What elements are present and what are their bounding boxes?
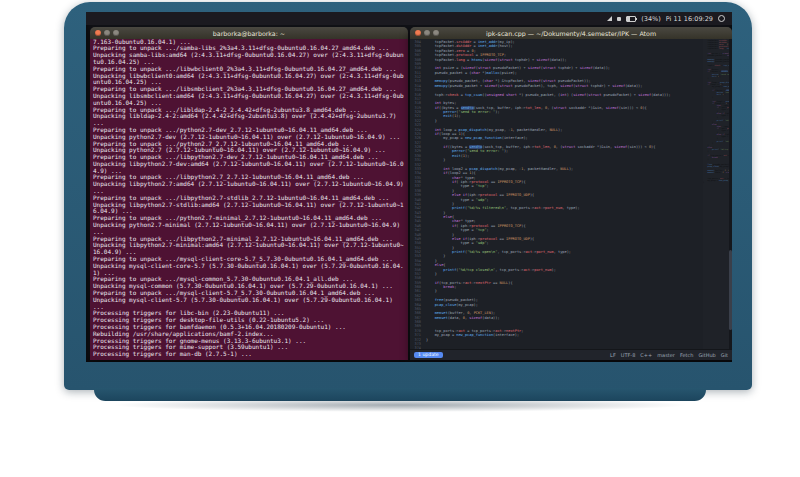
top-panel: (34%) Pi 11 16:09:29 — [86, 12, 732, 25]
update-badge[interactable]: 1 update — [414, 352, 443, 359]
window-buttons — [95, 30, 119, 36]
editor-window: ipk-scan.cpp — ~/Dokumenty/4.semester/IP… — [410, 27, 732, 360]
terminal-body[interactable]: Preparing to unpack .../chromium-browser… — [90, 39, 408, 360]
minimap-line: pcap_close(my_pcap); — [703, 165, 729, 167]
minimap-line: tcph->check = tcp_csum((unsigned short *… — [703, 64, 729, 66]
code-line — [426, 346, 702, 349]
clock-label[interactable]: Pi 11 16:09:29 — [666, 15, 713, 23]
terminal-window: barborka@barborka: ~ Preparing to unpack… — [90, 27, 408, 360]
maximize-button[interactable] — [113, 30, 119, 36]
close-button[interactable] — [95, 30, 101, 36]
status-item-c-[interactable]: C++ — [640, 352, 652, 358]
minimize-button[interactable] — [424, 30, 430, 36]
code-line: tcph->check = tcp_csum((unsigned short *… — [426, 93, 702, 97]
status-item-lf[interactable]: LF — [610, 352, 616, 358]
editor-titlebar[interactable]: ipk-scan.cpp — ~/Dokumenty/4.semester/IP… — [410, 27, 732, 39]
status-item-git[interactable]: Git — [721, 352, 728, 358]
battery-icon[interactable] — [626, 16, 636, 22]
scrollbar-thumb[interactable] — [729, 250, 732, 331]
volume-icon[interactable] — [617, 17, 621, 21]
close-button[interactable] — [415, 30, 421, 36]
line-number: 374 — [410, 346, 421, 349]
terminal-line: Unpacking libpython2.7-minimal:amd64 (2.… — [93, 242, 405, 256]
terminal-titlebar[interactable]: barborka@barborka: ~ — [90, 27, 408, 39]
terminal-line: Unpacking mysql-client-5.7 (5.7.30-0ubun… — [93, 297, 405, 311]
terminal-line: Unpacking libpython2.7-stdlib:amd64 (2.7… — [93, 202, 405, 216]
status-item-github[interactable]: GitHub — [698, 352, 715, 358]
status-item-fetch[interactable]: Fetch — [680, 352, 694, 358]
terminal-line: Unpacking libldap-2.4-2:amd64 (2.4.42+df… — [93, 113, 405, 127]
terminal-line: Unpacking libpython2.7-dev:amd64 (2.7.12… — [93, 161, 405, 175]
vertical-scrollbar[interactable] — [729, 39, 732, 349]
terminal-line: Unpacking samba-libs:amd64 (2:4.3.11+dfs… — [93, 52, 405, 66]
line-number-gutter: 3043053063073083093103113123133143153163… — [410, 39, 423, 349]
terminal-line: Unpacking mysql-client-core-5.7 (5.7.30-… — [93, 263, 405, 277]
minimap-line: memset(data, 0, sizeof(data)); — [703, 171, 729, 173]
status-bar: 1 update LFUTF-8C++masterFetchGitHubGit — [410, 349, 732, 360]
editor-pane[interactable]: 3043053063073083093103113123133143153163… — [410, 39, 732, 349]
status-right: LFUTF-8C++masterFetchGitHubGit — [610, 352, 728, 358]
terminal-line: Unpacking libwbclient0:amd64 (2:4.3.11+d… — [93, 73, 405, 87]
minimap-line — [703, 186, 729, 188]
minimap-line: my_pcap = new_pcap_function(interface); — [703, 85, 729, 87]
laptop-base — [94, 388, 706, 401]
code-editor[interactable]: tcpPacket.srcAddr = inet_addr(my_ip); tc… — [423, 39, 732, 349]
maximize-button[interactable] — [433, 30, 439, 36]
laptop-screen: (34%) Pi 11 16:09:29 barborka@barborka: … — [86, 12, 732, 362]
terminal-line: Unpacking libsmbclient:amd64 (2:4.3.11+d… — [93, 93, 405, 107]
battery-label: (34%) — [641, 15, 661, 23]
editor-title: ipk-scan.cpp — ~/Dokumenty/4.semester/IP… — [410, 30, 732, 37]
minimap-line: pseudo_packet = (char *)malloc(psize); — [703, 54, 729, 56]
minimize-button[interactable] — [104, 30, 110, 36]
terminal-title: barborka@barborka: ~ — [90, 30, 408, 37]
terminal-line: Processing triggers for man-db (2.7.5-1)… — [93, 351, 405, 358]
window-buttons — [415, 30, 439, 36]
terminal-line: Unpacking libpython2.7:amd64 (2.7.12-1ub… — [93, 181, 405, 195]
minimap[interactable]: tcpPacket.srcAddr = inet_addr(my_ip); tc… — [703, 39, 729, 349]
status-item-master[interactable]: master — [657, 352, 675, 358]
status-item-utf-8[interactable]: UTF-8 — [621, 352, 636, 358]
network-icon[interactable] — [607, 16, 612, 21]
power-icon[interactable] — [718, 15, 725, 22]
terminal-line: Unpacking python2.7-minimal (2.7.12-1ubu… — [93, 222, 405, 236]
minimap-line: memcpy(pseudo_packet + sizeof(struct pse… — [703, 60, 729, 62]
